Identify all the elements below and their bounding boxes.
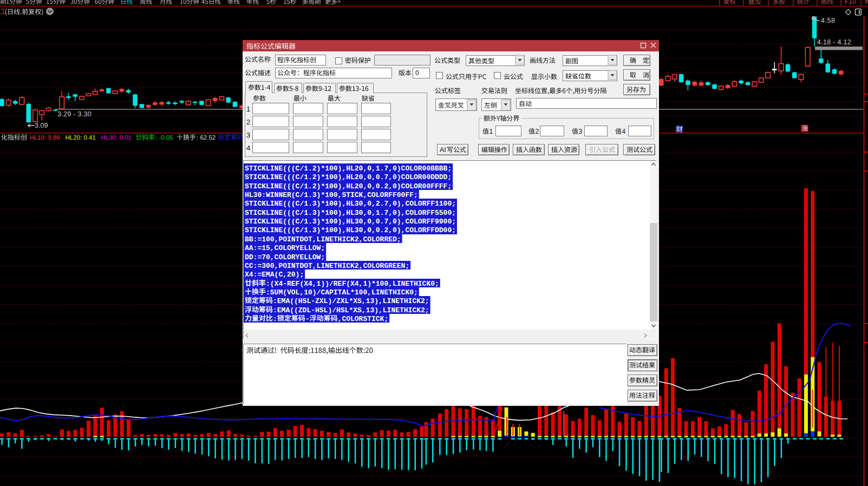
svg-text:AA:=15,COLORYELLOW;: AA:=15,COLORYELLOW; — [245, 244, 325, 252]
svg-text:-: - — [305, 315, 310, 323]
svg-text::EMA((HSL-ZXL)/ZXL*XS,13),LINE: :EMA((HSL-ZXL)/ZXL*XS,13),LINETHICK2; — [273, 297, 429, 305]
svg-text:STICKLINE(((C/1.3)*100),HL30,0: STICKLINE(((C/1.3)*100),HL30,0,2.7,0),CO… — [245, 200, 456, 208]
svg-text:HL30:WINNER(C/1.3)*100,STICK,C: HL30:WINNER(C/1.3)*100,STICK,COLORFF00FF… — [245, 191, 418, 199]
svg-text:3: 3 — [579, 128, 583, 135]
svg-text:1: 1 — [490, 128, 493, 135]
svg-text:STICKLINE(((C/1.3)*100),HL30,0: STICKLINE(((C/1.3)*100),HL30,0,1.7,0),CO… — [245, 209, 456, 217]
svg-text:2: 2 — [536, 128, 539, 135]
svg-text:X4:=EMA(C,20);: X4:=EMA(C,20); — [245, 271, 304, 279]
svg-text:1: 1 — [246, 105, 250, 113]
svg-text:AI: AI — [440, 146, 446, 154]
svg-text:STICKLINE(((C/1.3)*100),HL30,0: STICKLINE(((C/1.3)*100),HL30,0,0.7,0),CO… — [245, 218, 456, 226]
svg-text:STICKLINE(((C/1.2)*100),HL20,0: STICKLINE(((C/1.2)*100),HL20,0,1.7,0)COL… — [245, 165, 452, 173]
svg-text:STICKLINE(((C/1.2)*100),HL20,0: STICKLINE(((C/1.2)*100),HL20,0,0.2,0)COL… — [245, 182, 452, 191]
svg-text::EMA((ZDL-HSL)/HSL*XS,13),LINE: :EMA((ZDL-HSL)/HSL*XS,13),LINETHICK2; — [273, 306, 429, 314]
svg-text:BB:=100,POINTDOT,LINETHICK2,CO: BB:=100,POINTDOT,LINETHICK2,COLORRED; — [245, 235, 401, 244]
svg-text::: : — [273, 315, 277, 323]
svg-text:2: 2 — [246, 118, 250, 126]
svg-text::SUM(VOL,10)/CAPITAL*100,LINET: :SUM(VOL,10)/CAPITAL*100,LINETHICK0; — [266, 288, 418, 297]
svg-text:STICKLINE(((C/1.2)*100),HL20,0: STICKLINE(((C/1.2)*100),HL20,0,0.7,0)COL… — [245, 173, 452, 181]
svg-text:4: 4 — [622, 128, 626, 135]
svg-text:DD:=70,COLORYELLOW;: DD:=70,COLORYELLOW; — [245, 253, 325, 261]
svg-text::(X4-REF(X4,1))/REF(X4,1)*100,: :(X4-REF(X4,1))/REF(X4,1)*100,LINETHICK0… — [266, 280, 439, 288]
svg-text:STICKLINE(((C/1.3)*100),HL30,0: STICKLINE(((C/1.3)*100),HL30,0,0.2,0),CO… — [245, 226, 456, 234]
svg-text:3: 3 — [246, 131, 250, 139]
svg-text:4: 4 — [246, 144, 250, 152]
svg-text:CC:=300,POINTDOT,LINETHICK2,CO: CC:=300,POINTDOT,LINETHICK2,COLORGREEN; — [245, 262, 409, 270]
svg-text:0: 0 — [415, 69, 419, 77]
svg-text:,COLORSTICK;: ,COLORSTICK; — [338, 315, 389, 323]
